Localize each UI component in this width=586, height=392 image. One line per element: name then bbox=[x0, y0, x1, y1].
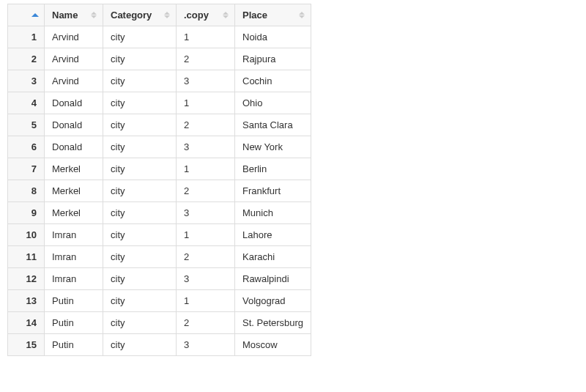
cell-copy: 2 bbox=[177, 180, 235, 202]
cell-copy: 2 bbox=[177, 246, 235, 268]
cell-category: city bbox=[103, 312, 177, 334]
table-row: 12Imrancity3Rawalpindi bbox=[8, 268, 311, 290]
cell-copy: 3 bbox=[177, 268, 235, 290]
cell-place: Moscow bbox=[235, 334, 311, 356]
cell-place: Rawalpindi bbox=[235, 268, 311, 290]
row-index: 10 bbox=[8, 224, 45, 246]
table-row: 9Merkelcity3Munich bbox=[8, 202, 311, 224]
cell-place: Volgograd bbox=[235, 290, 311, 312]
cell-category: city bbox=[103, 26, 177, 48]
cell-category: city bbox=[103, 92, 177, 114]
cell-copy: 2 bbox=[177, 312, 235, 334]
column-header-category[interactable]: Category bbox=[103, 4, 177, 26]
column-header-index[interactable] bbox=[8, 4, 45, 26]
sort-icon[interactable] bbox=[163, 10, 171, 21]
sort-icon[interactable] bbox=[221, 10, 230, 21]
row-index: 12 bbox=[8, 268, 45, 290]
cell-copy: 3 bbox=[177, 202, 235, 224]
cell-category: city bbox=[103, 48, 177, 70]
column-header-name[interactable]: Name bbox=[45, 4, 103, 26]
cell-place: Ohio bbox=[235, 92, 311, 114]
table-row: 10Imrancity1Lahore bbox=[8, 224, 311, 246]
cell-copy: 3 bbox=[177, 70, 235, 92]
cell-place: Frankfurt bbox=[235, 180, 311, 202]
row-index: 5 bbox=[8, 114, 45, 136]
row-index: 3 bbox=[8, 70, 45, 92]
table-row: 15Putincity3Moscow bbox=[8, 334, 311, 356]
cell-name: Arvind bbox=[45, 26, 103, 48]
table-row: 1Arvindcity1Noida bbox=[8, 26, 311, 48]
cell-place: Santa Clara bbox=[235, 114, 311, 136]
cell-name: Putin bbox=[45, 290, 103, 312]
table-row: 7Merkelcity1Berlin bbox=[8, 158, 311, 180]
cell-name: Merkel bbox=[45, 158, 103, 180]
cell-category: city bbox=[103, 246, 177, 268]
table-row: 4Donaldcity1Ohio bbox=[8, 92, 311, 114]
cell-category: city bbox=[103, 224, 177, 246]
cell-place: Munich bbox=[235, 202, 311, 224]
cell-copy: 2 bbox=[177, 48, 235, 70]
sort-icon[interactable] bbox=[89, 10, 98, 21]
cell-name: Imran bbox=[45, 268, 103, 290]
table-row: 2Arvindcity2Rajpura bbox=[8, 48, 311, 70]
cell-category: city bbox=[103, 290, 177, 312]
cell-place: New York bbox=[235, 136, 311, 158]
cell-copy: 1 bbox=[177, 92, 235, 114]
cell-place: St. Petersburg bbox=[235, 312, 311, 334]
cell-name: Donald bbox=[45, 114, 103, 136]
cell-category: city bbox=[103, 180, 177, 202]
cell-name: Merkel bbox=[45, 202, 103, 224]
row-index: 2 bbox=[8, 48, 45, 70]
cell-name: Putin bbox=[45, 334, 103, 356]
cell-place: Karachi bbox=[235, 246, 311, 268]
cell-category: city bbox=[103, 334, 177, 356]
column-header-copy[interactable]: .copy bbox=[177, 4, 235, 26]
row-index: 6 bbox=[8, 136, 45, 158]
cell-place: Cochin bbox=[235, 70, 311, 92]
cell-name: Merkel bbox=[45, 180, 103, 202]
row-index: 15 bbox=[8, 334, 45, 356]
table-row: 3Arvindcity3Cochin bbox=[8, 70, 311, 92]
cell-name: Imran bbox=[45, 246, 103, 268]
cell-place: Rajpura bbox=[235, 48, 311, 70]
cell-copy: 3 bbox=[177, 334, 235, 356]
table-row: 11Imrancity2Karachi bbox=[8, 246, 311, 268]
cell-copy: 1 bbox=[177, 26, 235, 48]
cell-copy: 1 bbox=[177, 290, 235, 312]
cell-category: city bbox=[103, 136, 177, 158]
column-header-label: .copy bbox=[184, 10, 209, 21]
row-index: 7 bbox=[8, 158, 45, 180]
cell-place: Berlin bbox=[235, 158, 311, 180]
cell-place: Noida bbox=[235, 26, 311, 48]
cell-copy: 1 bbox=[177, 158, 235, 180]
cell-name: Putin bbox=[45, 312, 103, 334]
column-header-label: Place bbox=[242, 10, 267, 21]
cell-category: city bbox=[103, 158, 177, 180]
cell-category: city bbox=[103, 114, 177, 136]
cell-name: Donald bbox=[45, 136, 103, 158]
table-row: 5Donaldcity2Santa Clara bbox=[8, 114, 311, 136]
cell-copy: 3 bbox=[177, 136, 235, 158]
cell-category: city bbox=[103, 268, 177, 290]
cell-place: Lahore bbox=[235, 224, 311, 246]
sort-icon[interactable] bbox=[297, 10, 306, 21]
row-index: 1 bbox=[8, 26, 45, 48]
row-index: 14 bbox=[8, 312, 45, 334]
cell-name: Donald bbox=[45, 92, 103, 114]
data-table: Name Category .copy Place bbox=[7, 4, 311, 356]
table-body: 1Arvindcity1Noida2Arvindcity2Rajpura3Arv… bbox=[8, 26, 311, 356]
row-index: 9 bbox=[8, 202, 45, 224]
column-header-label: Name bbox=[52, 10, 78, 21]
cell-category: city bbox=[103, 70, 177, 92]
cell-copy: 1 bbox=[177, 224, 235, 246]
cell-name: Imran bbox=[45, 224, 103, 246]
row-index: 8 bbox=[8, 180, 45, 202]
cell-category: city bbox=[103, 202, 177, 224]
table-row: 6Donaldcity3New York bbox=[8, 136, 311, 158]
row-index: 4 bbox=[8, 92, 45, 114]
row-index: 11 bbox=[8, 246, 45, 268]
row-index: 13 bbox=[8, 290, 45, 312]
column-header-place[interactable]: Place bbox=[235, 4, 311, 26]
cell-copy: 2 bbox=[177, 114, 235, 136]
sort-asc-icon[interactable] bbox=[31, 10, 40, 21]
